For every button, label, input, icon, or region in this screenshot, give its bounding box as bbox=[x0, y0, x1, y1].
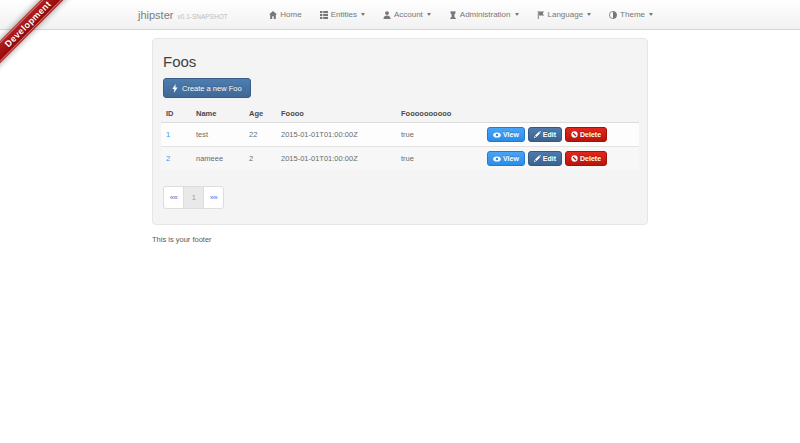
page-title: Foos bbox=[163, 53, 637, 70]
home-icon bbox=[269, 11, 277, 19]
tower-icon bbox=[449, 11, 457, 19]
cell-bool: true bbox=[396, 147, 482, 171]
row-id-link[interactable]: 2 bbox=[166, 154, 170, 163]
nav-item-label: Administration bbox=[460, 10, 511, 19]
cell-age: 2 bbox=[244, 147, 276, 171]
chevron-down-icon bbox=[515, 13, 519, 16]
cell-bool: true bbox=[396, 123, 482, 147]
nav-item-language[interactable]: Language bbox=[528, 0, 601, 29]
entities-list-icon bbox=[320, 11, 328, 19]
edit-button[interactable]: Edit bbox=[528, 127, 562, 142]
table-row: 1 test 22 2015-01-01T01:00:00Z true View bbox=[161, 123, 639, 147]
pencil-icon bbox=[534, 131, 541, 138]
nav-item-label: Entities bbox=[331, 10, 357, 19]
chevron-down-icon bbox=[427, 13, 431, 16]
nav-item-label: Home bbox=[280, 10, 301, 19]
delete-button[interactable]: Delete bbox=[565, 151, 607, 166]
nav-item-account[interactable]: Account bbox=[374, 0, 440, 29]
create-foo-label: Create a new Foo bbox=[182, 84, 242, 93]
row-actions: View Edit Delete bbox=[487, 151, 634, 166]
brand[interactable]: jhipster v0.1-SNAPSHOT bbox=[138, 9, 228, 21]
pencil-icon bbox=[534, 155, 541, 162]
remove-circle-icon bbox=[571, 155, 578, 162]
delete-button[interactable]: Delete bbox=[565, 127, 607, 142]
edit-button[interactable]: Edit bbox=[528, 151, 562, 166]
nav-menu: Home Entities Account Administration Lan… bbox=[260, 0, 662, 29]
theme-adjust-icon bbox=[609, 11, 617, 19]
pagination-first-button[interactable]: «« bbox=[163, 186, 184, 209]
nav-item-label: Account bbox=[394, 10, 423, 19]
col-header-foooo: Foooo bbox=[276, 105, 396, 123]
view-button[interactable]: View bbox=[487, 127, 525, 142]
nav-item-home[interactable]: Home bbox=[260, 0, 310, 29]
nav-item-label: Theme bbox=[620, 10, 645, 19]
cell-name: test bbox=[191, 123, 244, 147]
chevron-down-icon bbox=[361, 13, 365, 16]
brand-version: v0.1-SNAPSHOT bbox=[177, 13, 227, 20]
content-panel: Foos Create a new Foo ID Name Age Foooo … bbox=[152, 38, 648, 225]
row-actions: View Edit Delete bbox=[487, 127, 634, 142]
eye-icon bbox=[493, 132, 501, 138]
view-button[interactable]: View bbox=[487, 151, 525, 166]
table-header-row: ID Name Age Foooo Foooooooooo bbox=[161, 105, 639, 123]
chevron-down-icon bbox=[587, 13, 591, 16]
chevron-down-icon bbox=[649, 13, 653, 16]
col-header-name: Name bbox=[191, 105, 244, 123]
pagination-page-1[interactable]: 1 bbox=[183, 186, 204, 209]
foo-table: ID Name Age Foooo Foooooooooo 1 test 22 … bbox=[161, 105, 639, 170]
col-header-bool: Foooooooooo bbox=[396, 105, 482, 123]
cell-name: nameee bbox=[191, 147, 244, 171]
nav-item-entities[interactable]: Entities bbox=[311, 0, 374, 29]
remove-circle-icon bbox=[571, 131, 578, 138]
col-header-id: ID bbox=[161, 105, 191, 123]
cell-age: 22 bbox=[244, 123, 276, 147]
nav-item-theme[interactable]: Theme bbox=[600, 0, 662, 29]
col-header-actions bbox=[482, 105, 639, 123]
table-row: 2 nameee 2 2015-01-01T01:00:00Z true Vie… bbox=[161, 147, 639, 171]
navbar: jhipster v0.1-SNAPSHOT Home Entities Acc… bbox=[0, 0, 800, 30]
nav-item-administration[interactable]: Administration bbox=[440, 0, 528, 29]
create-foo-button[interactable]: Create a new Foo bbox=[163, 78, 251, 98]
flash-icon bbox=[172, 84, 178, 93]
view-label: View bbox=[503, 155, 519, 162]
row-id-link[interactable]: 1 bbox=[166, 130, 170, 139]
flag-icon bbox=[537, 11, 545, 19]
brand-name: jhipster bbox=[138, 9, 173, 21]
eye-icon bbox=[493, 156, 501, 162]
user-icon bbox=[383, 11, 391, 19]
edit-label: Edit bbox=[543, 155, 556, 162]
main-container: Foos Create a new Foo ID Name Age Foooo … bbox=[152, 38, 648, 244]
nav-item-label: Language bbox=[548, 10, 584, 19]
delete-label: Delete bbox=[580, 155, 601, 162]
edit-label: Edit bbox=[543, 131, 556, 138]
view-label: View bbox=[503, 131, 519, 138]
col-header-age: Age bbox=[244, 105, 276, 123]
pagination: «« 1 »» bbox=[163, 186, 224, 209]
delete-label: Delete bbox=[580, 131, 601, 138]
cell-foooo: 2015-01-01T01:00:00Z bbox=[276, 147, 396, 171]
pagination-last-button[interactable]: »» bbox=[203, 186, 224, 209]
cell-foooo: 2015-01-01T01:00:00Z bbox=[276, 123, 396, 147]
footer-text: This is your footer bbox=[152, 235, 648, 244]
